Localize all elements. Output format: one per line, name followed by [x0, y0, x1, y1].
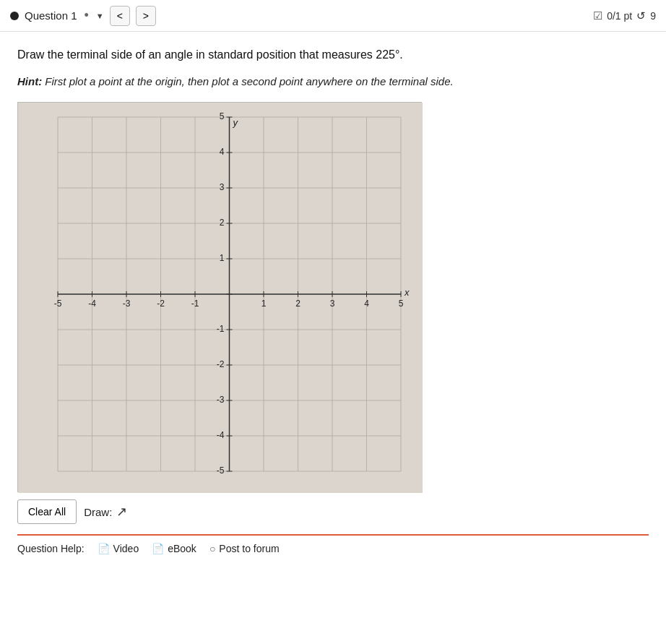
- undo-icon: ↺: [636, 9, 646, 22]
- clear-all-button[interactable]: Clear All: [17, 499, 77, 524]
- graph-wrapper: [17, 102, 649, 492]
- help-bar: Question Help: 📄 Video 📄 eBook ○ Post to…: [17, 534, 649, 554]
- score-label: 0/1 pt: [607, 10, 632, 22]
- graph-container[interactable]: [17, 102, 422, 492]
- check-icon: ☑: [593, 9, 602, 22]
- draw-arrow-icon[interactable]: ↗: [116, 504, 127, 520]
- hint-text: Hint: First plot a point at the origin, …: [17, 74, 649, 89]
- score-area: ☑ 0/1 pt ↺ 9: [593, 9, 656, 22]
- graph-canvas[interactable]: [18, 103, 423, 493]
- hint-body: First plot a point at the origin, then p…: [42, 75, 454, 87]
- top-bar: Question 1 • ▼ < > ☑ 0/1 pt ↺ 9: [0, 0, 666, 32]
- dot-separator: •: [85, 8, 89, 23]
- problem-text: Draw the terminal side of an angle in st…: [17, 46, 649, 64]
- next-button[interactable]: >: [136, 6, 156, 26]
- hint-bold-label: Hint:: [17, 75, 42, 87]
- ebook-label: eBook: [168, 543, 196, 554]
- ebook-icon: 📄: [152, 543, 164, 554]
- video-icon: 📄: [98, 543, 110, 554]
- prev-button[interactable]: <: [110, 6, 130, 26]
- dropdown-arrow-icon[interactable]: ▼: [96, 12, 104, 20]
- forum-icon: ○: [209, 543, 215, 554]
- question-label: Question 1: [25, 9, 77, 22]
- video-label: Video: [113, 543, 139, 554]
- help-label: Question Help:: [17, 543, 85, 554]
- ebook-help-item[interactable]: 📄 eBook: [152, 543, 196, 554]
- video-help-item[interactable]: 📄 Video: [98, 543, 139, 554]
- content-area: Draw the terminal side of an angle in st…: [0, 32, 666, 644]
- graph-controls: Clear All Draw: ↗: [17, 499, 649, 524]
- undo-label: 9: [650, 10, 656, 22]
- question-dot: [10, 12, 19, 20]
- draw-label: Draw:: [84, 506, 112, 518]
- forum-label: Post to forum: [219, 543, 279, 554]
- forum-help-item[interactable]: ○ Post to forum: [209, 543, 280, 554]
- top-bar-left: Question 1 • ▼ < >: [10, 6, 156, 26]
